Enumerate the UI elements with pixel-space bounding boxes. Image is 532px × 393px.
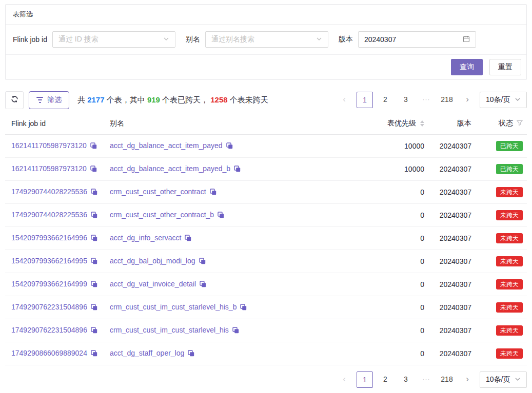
page-size-select[interactable]: 10条/页 [480,92,527,108]
priority-cell: 0 [362,227,428,250]
refresh-button[interactable] [5,91,24,109]
alias-select[interactable]: 通过别名搜索 [205,31,328,48]
copy-icon[interactable] [91,350,97,358]
priority-cell: 0 [362,250,428,273]
alias-link[interactable]: acct_dg_balance_acct_item_payed_b [110,164,230,173]
flink-job-id-label: Flink job id [13,35,47,44]
alias-link[interactable]: crm_cust_cust_other_contract_b [110,211,214,219]
status-badge: 未跨天 [496,210,523,220]
page-item[interactable]: 3 [398,371,414,388]
page-item[interactable]: ‹ [336,371,352,388]
alias-link[interactable]: crm_cust_cust_im_cust_starlevel_his [110,326,229,334]
reset-button[interactable]: 重置 [489,59,521,75]
page-item[interactable]: 2 [377,371,393,388]
page-item[interactable]: › [459,371,476,388]
table-row: 1749290744028225536 crm_cust_cust_other_… [5,204,527,227]
priority-cell: 0 [362,319,428,342]
pagination-top: ‹123···218› [336,92,476,108]
col-header-alias: 别名 [106,113,362,135]
page-item[interactable]: ‹ [336,92,352,108]
flink-job-id-link[interactable]: 1749290744028225536 [11,211,87,219]
summary-text: 共 2177 个表，其中 919 个表已跨天， 1258 个表未跨天 [77,95,268,105]
page-item[interactable]: 218 [439,92,455,108]
flink-job-id-link[interactable]: 1542097993662164995 [11,257,87,265]
flink-job-id-link[interactable]: 1621411705987973120 [11,141,87,150]
flink-job-id-link[interactable]: 1542097993662164999 [11,280,87,288]
copy-icon[interactable] [91,189,97,197]
flink-job-id-link[interactable]: 1621411705987973120 [11,164,87,173]
priority-cell: 0 [362,273,428,296]
flink-job-id-link[interactable]: 1749290744028225536 [11,188,87,196]
summary-segment: 2177 [87,95,104,104]
flink-job-id-link[interactable]: 1749290866069889024 [11,349,87,357]
table-header-row: Flink job id 别名 表优先级 版本 状态 [5,113,527,135]
copy-icon[interactable] [218,212,224,220]
alias-link[interactable]: crm_cust_cust_other_contract [110,188,206,196]
filter-button-label: 筛选 [47,95,62,105]
copy-icon[interactable] [185,235,191,243]
copy-icon[interactable] [200,281,206,289]
copy-icon[interactable] [210,189,216,197]
priority-cell: 10000 [362,135,428,158]
copy-icon[interactable] [91,212,97,220]
page-item[interactable]: ··· [418,371,435,388]
version-date-input[interactable]: 20240307 [358,31,476,48]
page-item[interactable]: ··· [418,92,435,108]
copy-icon[interactable] [240,304,247,312]
filter-button[interactable]: 筛选 [29,91,69,109]
page-item[interactable]: 2 [377,92,393,108]
alias-placeholder: 通过别名搜索 [211,35,254,44]
alias-link[interactable]: acct_dg_vat_invoice_detail [110,280,196,288]
copy-icon[interactable] [188,350,194,358]
sort-carets-icon[interactable] [420,120,424,127]
table-row: 1749290762231504896 crm_cust_cust_im_cus… [5,319,527,342]
alias-link[interactable]: acct_dg_staff_oper_log [110,349,184,357]
alias-label: 别名 [186,35,200,44]
copy-icon[interactable] [91,281,97,289]
copy-icon[interactable] [91,235,97,243]
version-cell: 20240307 [428,181,476,204]
copy-icon[interactable] [91,327,97,335]
copy-icon[interactable] [234,166,241,174]
col-header-status-label: 状态 [499,119,513,128]
table-row: 1542097993662164995 acct_dg_bal_obj_modi… [5,250,527,273]
status-badge: 未跨天 [496,233,523,243]
copy-icon[interactable] [199,258,206,266]
priority-cell: 0 [362,342,428,365]
page-item[interactable]: 1 [357,92,373,108]
flink-job-id-link[interactable]: 1749290762231504896 [11,326,87,334]
query-button[interactable]: 查询 [451,59,483,75]
summary-segment: 1258 [210,95,227,104]
page-item[interactable]: 3 [398,92,414,108]
table-row: 1621411705987973120 acct_dg_balance_acct… [5,158,527,181]
flink-job-id-link[interactable]: 1749290762231504896 [11,303,87,311]
column-filter-icon[interactable] [517,119,523,128]
page-item[interactable]: 218 [439,371,455,388]
priority-cell: 0 [362,181,428,204]
filter-actions: 查询 重置 [6,55,526,79]
col-header-flink-job-id: Flink job id [5,113,106,135]
copy-icon[interactable] [91,304,97,312]
chevron-down-icon [515,96,521,104]
page-item[interactable]: › [459,92,476,108]
version-cell: 20240307 [428,342,476,365]
copy-icon[interactable] [90,142,97,151]
copy-icon[interactable] [91,258,97,266]
table-row: 1621411705987973120 acct_dg_balance_acct… [5,135,527,158]
alias-link[interactable]: acct_dg_bal_obj_modi_log [110,257,195,265]
page-size-select[interactable]: 10条/页 [480,371,527,388]
priority-cell: 0 [362,204,428,227]
copy-icon[interactable] [90,166,97,174]
table-toolbar: 筛选 共 2177 个表，其中 919 个表已跨天， 1258 个表未跨天 ‹1… [5,90,527,110]
copy-icon[interactable] [226,142,233,151]
alias-link[interactable]: crm_cust_cust_im_cust_starlevel_his_b [110,303,237,311]
col-header-priority[interactable]: 表优先级 [362,113,428,135]
copy-icon[interactable] [232,327,239,335]
alias-link[interactable]: acct_dg_info_servacct [110,234,181,242]
flink-job-id-link[interactable]: 1542097993662164996 [11,234,87,242]
version-cell: 20240307 [428,158,476,181]
page-size-label: 10条/页 [486,375,510,384]
flink-job-id-select[interactable]: 通过 ID 搜索 [52,31,175,48]
alias-link[interactable]: acct_dg_balance_acct_item_payed [110,141,223,150]
page-item[interactable]: 1 [357,371,373,388]
